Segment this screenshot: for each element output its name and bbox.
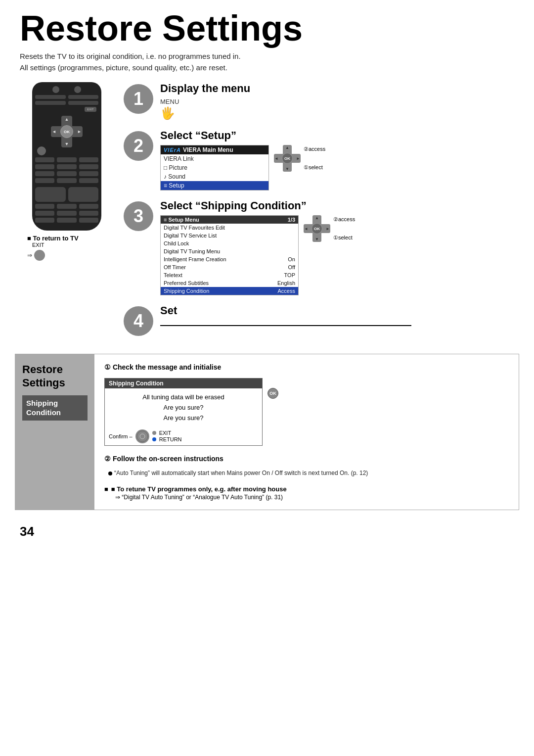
bottom-right-panel: ① Check the message and initialise Shipp… bbox=[94, 354, 519, 509]
menu-item-sound: ♪ Sound bbox=[161, 172, 268, 181]
shipping-condition-badge: ShippingCondition bbox=[22, 395, 88, 421]
check-title: ① Check the message and initialise bbox=[104, 363, 509, 371]
bullet-dot bbox=[108, 472, 112, 475]
step-1-menu-label: MENU bbox=[160, 98, 519, 105]
menu-item-picture: □ Picture bbox=[161, 163, 268, 172]
setup-menu-item-off-timer: Off TimerOff bbox=[161, 263, 298, 271]
retune-text: ⇒ “Digital TV Auto Tuning” or “Analogue … bbox=[115, 494, 509, 501]
step-2-content: Select “Setup” VIErA VIERA Main Menu VIE… bbox=[160, 129, 519, 190]
exit-arrow: ⇒ bbox=[27, 252, 32, 259]
select-label-2: ①select bbox=[304, 164, 325, 171]
access-select-labels-3: ②access ①select bbox=[333, 215, 355, 242]
step-4-circle: 4 bbox=[124, 306, 153, 336]
bottom-section: RestoreSettings ShippingCondition ① Chec… bbox=[15, 354, 519, 510]
setup-menu-item-dtv-tuning: Digital TV Tuning Menu bbox=[161, 247, 298, 255]
svg-point-1 bbox=[137, 431, 148, 442]
confirm-icon bbox=[135, 429, 149, 443]
subtitle: Resets the TV to its original condition,… bbox=[0, 51, 534, 82]
menu-item-viera-link: VIERA Link bbox=[161, 154, 268, 163]
step-2-circle: 2 bbox=[124, 131, 153, 161]
step-1-circle: 1 bbox=[124, 84, 153, 114]
setup-menu-item-preferred-subs: Preferred SubtitlesEnglish bbox=[161, 279, 298, 287]
step-2-ok-group: OK ▲ ▼ ◄ ► ②access ①select bbox=[274, 145, 325, 172]
step-2: 2 Select “Setup” VIErA VIERA Main Menu V… bbox=[124, 129, 519, 190]
setup-menu-item-child-lock: Child Lock bbox=[161, 239, 298, 247]
step-2-dpad: OK ▲ ▼ ◄ ► bbox=[274, 145, 301, 172]
step-1-title: Display the menu bbox=[160, 82, 519, 95]
shipping-dialog-footer: Confirm – EXIT bbox=[105, 427, 262, 445]
setup-menu-item-dtv-service: Digital TV Service List bbox=[161, 232, 298, 239]
return-to-tv-label: ■ To return to TV EXIT ⇒ bbox=[27, 235, 106, 261]
setup-menu-item-dtv-fav: Digital TV Favourites Edit bbox=[161, 224, 298, 232]
follow-title: ② Follow the on-screen instructions bbox=[104, 455, 509, 463]
main-menu-header: VIErA VIERA Main Menu bbox=[161, 145, 268, 154]
remote-control: EXIT OK ▲ ▼ ◄ ► bbox=[15, 82, 119, 345]
steps-column: 1 Display the menu MENU 🖐 2 Select “Setu… bbox=[119, 82, 519, 345]
page-title: Restore Settings bbox=[0, 0, 534, 51]
follow-bullet: “Auto Tuning” will automatically start w… bbox=[108, 470, 509, 476]
main-menu-box: VIErA VIERA Main Menu VIERA Link □ Pictu… bbox=[160, 145, 269, 190]
setup-menu-item-shipping: Shipping ConditionAccess bbox=[161, 287, 298, 295]
exit-circle bbox=[34, 250, 45, 261]
shipping-dialog: Shipping Condition All tuning data will … bbox=[104, 378, 263, 445]
shipping-dialog-header: Shipping Condition bbox=[105, 378, 262, 388]
svg-point-0 bbox=[36, 251, 44, 259]
select-label-3: ①select bbox=[333, 235, 355, 241]
setup-menu-item-teletext: TeletextTOP bbox=[161, 271, 298, 279]
step-3-ok-group: OK ▲ ▼ ◄ ► ②access ①select bbox=[304, 215, 355, 242]
subtitle-line1: Resets the TV to its original condition,… bbox=[20, 52, 241, 60]
setup-menu-box: ≡ Setup Menu 1/3 Digital TV Favourites E… bbox=[160, 215, 299, 295]
step-4-title: Set bbox=[160, 304, 519, 317]
step-4-content: Set bbox=[160, 304, 519, 326]
step-2-title: Select “Setup” bbox=[160, 129, 519, 142]
ok-confirm-button: OK bbox=[267, 388, 278, 399]
step-3-dpad: OK ▲ ▼ ◄ ► bbox=[304, 215, 330, 242]
set-line bbox=[160, 325, 411, 326]
shipping-dialog-body: All tuning data will be erased Are you s… bbox=[105, 388, 262, 427]
bottom-left-panel: RestoreSettings ShippingCondition bbox=[15, 354, 94, 509]
menu-hand-icon: 🖐 bbox=[160, 106, 519, 120]
step-1: 1 Display the menu MENU 🖐 bbox=[124, 82, 519, 120]
retune-note: ■ ■ To retune TV programmes only, e.g. a… bbox=[104, 485, 509, 501]
step-3-content: Select “Shipping Condition” ≡ Setup Menu… bbox=[160, 199, 519, 295]
step-3-circle: 3 bbox=[124, 201, 153, 231]
dialog-row: Shipping Condition All tuning data will … bbox=[104, 378, 509, 445]
menu-button[interactable] bbox=[37, 146, 46, 155]
access-label-2: ②access bbox=[304, 146, 325, 152]
access-select-labels-2: ②access ①select bbox=[304, 145, 325, 172]
menu-item-setup: ≡ Setup bbox=[161, 181, 268, 190]
step-4: 4 Set bbox=[124, 304, 519, 336]
page-number: 34 bbox=[0, 519, 534, 544]
retune-title: ■ ■ To retune TV programmes only, e.g. a… bbox=[104, 485, 509, 493]
dpad[interactable]: OK ▲ ▼ ◄ ► bbox=[51, 116, 83, 147]
step-3: 3 Select “Shipping Condition” ≡ Setup Me… bbox=[124, 199, 519, 295]
restore-settings-label: RestoreSettings bbox=[22, 363, 88, 389]
exit-return-labels: EXIT RETURN bbox=[152, 430, 182, 442]
setup-menu-item-ifc: Intelligent Frame CreationOn bbox=[161, 255, 298, 263]
exit-button[interactable]: EXIT bbox=[85, 107, 96, 112]
access-label-3: ②access bbox=[333, 216, 355, 223]
step-3-title: Select “Shipping Condition” bbox=[160, 199, 519, 212]
setup-menu-header: ≡ Setup Menu 1/3 bbox=[161, 216, 298, 224]
subtitle-line2: All settings (programmes, picture, sound… bbox=[20, 63, 227, 72]
remote-body: EXIT OK ▲ ▼ ◄ ► bbox=[32, 82, 101, 231]
step-1-content: Display the menu MENU 🖐 bbox=[160, 82, 519, 120]
